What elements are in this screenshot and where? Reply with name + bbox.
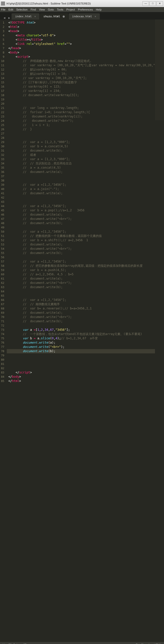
code-line[interactable]: <link rel="stylesheet" href=""> bbox=[7, 42, 155, 46]
code-line[interactable]: // document.write(b); bbox=[7, 285, 155, 289]
code-line[interactable]: // 声明函数类型-数组,new Array()固定格式. bbox=[7, 59, 155, 63]
menu-tools[interactable]: Tools bbox=[57, 8, 63, 11]
menu-project[interactable]: Project bbox=[66, 8, 75, 11]
code-line[interactable]: // a = a.join("-"); bbox=[7, 187, 155, 191]
menu-edit[interactable]: Edit bbox=[9, 8, 13, 11]
tab-close-icon[interactable]: × bbox=[34, 15, 36, 18]
code-line[interactable]: var a =[1,2,34,67,"3456"]; bbox=[7, 328, 155, 332]
code-line[interactable]: // var a =[1,2,"3456"]; bbox=[7, 260, 155, 264]
code-line[interactable] bbox=[7, 178, 155, 183]
code-line[interactable] bbox=[7, 289, 155, 294]
code-line[interactable]: <body> bbox=[7, 50, 155, 55]
code-line[interactable]: // document.write(a); bbox=[7, 277, 155, 281]
code-line[interactable] bbox=[7, 196, 155, 200]
code-line[interactable]: // var b = a.pop();//a=1,2 3456 bbox=[7, 208, 155, 213]
code-line[interactable]: // varArray[1] = 234; bbox=[7, 89, 155, 93]
code-line[interactable]: </head> bbox=[7, 46, 155, 50]
code-line[interactable]: // var a = [1,2,3,"000"]; bbox=[7, 157, 155, 161]
code-line[interactable]: </body> bbox=[7, 375, 155, 379]
code-line[interactable] bbox=[7, 225, 155, 230]
code-line[interactable]: </html> bbox=[7, 379, 155, 383]
code-line[interactable]: document.write(b); bbox=[7, 349, 155, 353]
code-line[interactable]: // 一个新数组，包含从start到end(不包括该元素)指定的array元素。… bbox=[7, 332, 155, 336]
code-line[interactable]: // a = a.concat(4,5) bbox=[7, 166, 155, 170]
code-line[interactable]: // document.write(varArray[i]); bbox=[7, 114, 155, 119]
code-line[interactable] bbox=[7, 136, 155, 140]
code-line[interactable]: // []下标(标识),[]中内容只能是数字 bbox=[7, 80, 155, 85]
menu-goto[interactable]: Goto bbox=[48, 8, 54, 11]
code-line[interactable] bbox=[7, 294, 155, 298]
tab-prev-icon[interactable]: ◀ bbox=[2, 16, 7, 20]
code-line[interactable]: // document.write(b); bbox=[7, 319, 155, 324]
code-line[interactable]: // var a = [1,2,3,"000"]; bbox=[7, 140, 155, 144]
code-line[interactable] bbox=[7, 174, 155, 178]
code-line[interactable]: <html> bbox=[7, 25, 155, 29]
code-line[interactable]: // var a =[1,2,"3456"]; bbox=[7, 204, 155, 208]
code-line[interactable]: // // 先识别右边，然后再给左边 bbox=[7, 161, 155, 166]
code-line[interactable]: // var a =[1,2,"3456"]; bbox=[7, 230, 155, 234]
code-line[interactable]: // var a =[1,2,"3456"]; bbox=[7, 298, 155, 302]
code-line[interactable]: <title></title> bbox=[7, 38, 155, 42]
code-line[interactable] bbox=[7, 97, 155, 102]
code-line[interactable]: // } bbox=[7, 127, 155, 132]
code-line[interactable]: // document.write("<br>"); bbox=[7, 315, 155, 319]
code-line[interactable]: </script> bbox=[7, 370, 155, 375]
code-line[interactable]: <meta charset="utf-8"> bbox=[7, 33, 155, 38]
code-line[interactable]: // varArray[0] = 123; bbox=[7, 85, 155, 89]
code-area[interactable]: <!DOCTYPE html><html><head> <meta charse… bbox=[7, 20, 155, 642]
code-line[interactable]: // document.write(b); bbox=[7, 251, 155, 255]
minimize-button[interactable]: — bbox=[142, 1, 149, 6]
code-line[interactable] bbox=[7, 362, 155, 366]
code-line[interactable]: // document.write("<br>"); bbox=[7, 247, 155, 251]
tab-index-html[interactable]: index.html× bbox=[12, 13, 39, 20]
code-line[interactable]: // i = i + 1; bbox=[7, 123, 155, 127]
code-line[interactable]: // document.write(a); bbox=[7, 213, 155, 217]
menu-preferences[interactable]: Preferences bbox=[78, 8, 93, 11]
code-line[interactable]: // 或者 bbox=[7, 153, 155, 157]
code-line[interactable]: // document.write("<br>"); bbox=[7, 119, 155, 123]
code-line[interactable]: // document.write("<br>"); bbox=[7, 281, 155, 285]
menu-file[interactable]: File bbox=[1, 8, 6, 11]
code-line[interactable]: // // 把它的参数顺次添加到array的尾部,返回值：把指定的值添加到数组后… bbox=[7, 264, 155, 268]
code-line[interactable]: // var varArray = [00,10,20,"天气"]; bbox=[7, 76, 155, 80]
tab-indexaa-html[interactable]: indexaa.html× bbox=[69, 13, 100, 20]
code-line[interactable] bbox=[7, 102, 155, 106]
code-line[interactable]: document.write(a); bbox=[7, 341, 155, 345]
code-line[interactable] bbox=[7, 366, 155, 370]
code-line[interactable] bbox=[7, 324, 155, 328]
code-line[interactable] bbox=[7, 255, 155, 260]
code-line[interactable]: <script> bbox=[7, 55, 155, 59]
menu-help[interactable]: Help bbox=[96, 8, 102, 11]
code-line[interactable]: // document.write(a); bbox=[7, 311, 155, 315]
code-line[interactable]: <head> bbox=[7, 29, 155, 33]
editor[interactable]: 1234567891011121314151617181920212223242… bbox=[0, 20, 164, 642]
tab-next-icon[interactable]: ▶ bbox=[7, 16, 12, 20]
minimap[interactable] bbox=[155, 20, 164, 642]
code-line[interactable]: // document.write(a); bbox=[7, 191, 155, 196]
code-line[interactable]: <!DOCTYPE html> bbox=[7, 21, 155, 25]
code-line[interactable]: // var long = varArray.length; bbox=[7, 106, 155, 110]
code-line[interactable]: // document.write(b); bbox=[7, 149, 155, 153]
code-line[interactable]: // var varArray = [00,10,20,"天气"];是var v… bbox=[7, 63, 155, 68]
tab-close-icon[interactable]: × bbox=[95, 15, 96, 18]
code-line[interactable]: document.write("<br>"); bbox=[7, 345, 155, 349]
code-line[interactable]: // // a=1,2,3456. 4,5 . b=5 bbox=[7, 272, 155, 277]
code-line[interactable]: // var b= a.reverse();// b=a=3456,2,1 bbox=[7, 306, 155, 311]
code-line[interactable] bbox=[7, 358, 155, 362]
code-line[interactable]: var b = a.slice(0,4);// b=1,2,34,67 a不变 bbox=[7, 336, 155, 341]
code-line[interactable] bbox=[7, 353, 155, 358]
menu-selection[interactable]: Selection bbox=[16, 8, 28, 11]
maximize-button[interactable]: □ bbox=[149, 1, 156, 6]
code-line[interactable]: // document.write(a); bbox=[7, 170, 155, 174]
close-button[interactable]: ✕ bbox=[156, 1, 163, 6]
tab-shuzu-html[interactable]: shuzu.html bbox=[40, 13, 68, 20]
code-line[interactable]: // for(var i=0; i<varArray.length;){ bbox=[7, 110, 155, 114]
code-line[interactable]: // var b = a.push(4,5); bbox=[7, 268, 155, 272]
menu-find[interactable]: Find bbox=[31, 8, 36, 11]
code-line[interactable]: // document.write(b); bbox=[7, 221, 155, 225]
code-line[interactable]: // document.write(varArray[3]); bbox=[7, 93, 155, 97]
code-line[interactable]: // // 把数组的第一个元素移出数组，返回那个元素的值 bbox=[7, 234, 155, 238]
code-line[interactable]: // 默认varArray[1] = 10; bbox=[7, 72, 155, 76]
code-line[interactable]: // var b = a.concat(4,5) bbox=[7, 144, 155, 149]
code-line[interactable]: // document.write(a); bbox=[7, 242, 155, 247]
